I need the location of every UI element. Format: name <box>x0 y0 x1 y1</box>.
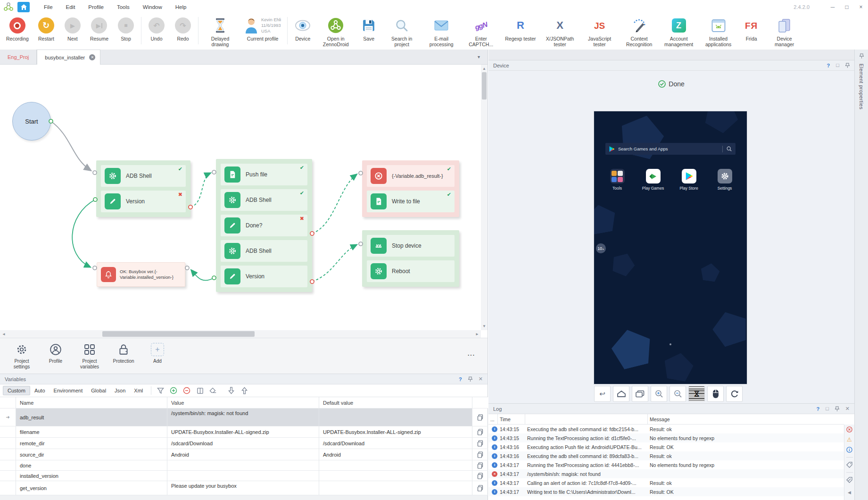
maximize-icon[interactable]: □ <box>826 406 829 411</box>
javascript-tester-button[interactable]: JS JavaScript tester <box>580 14 620 47</box>
action-write-to-file[interactable]: Write to file ✔ <box>367 191 455 212</box>
canvas-vertical-scrollbar[interactable]: ▲ ▼ <box>481 65 488 330</box>
copy-button[interactable] <box>472 471 488 481</box>
action-done-check[interactable]: Done? ✖ <box>221 215 307 236</box>
log-row-error[interactable]: × 14:43:17/system/bin/sh: magisk: not fo… <box>488 469 844 478</box>
col-message[interactable]: Message <box>648 414 844 424</box>
tab-xml[interactable]: Xml <box>130 386 147 395</box>
maximize-button[interactable]: □ <box>840 0 854 14</box>
col-value[interactable]: Value <box>167 397 319 408</box>
action-adb-result-alert[interactable]: {-Variable.adb_result-} ✔ <box>367 165 455 187</box>
log-row[interactable]: i 14:43:16Executing action Push file id:… <box>488 442 844 451</box>
copy-button[interactable] <box>472 460 488 471</box>
delayed-drawing-button[interactable]: Delayed drawing <box>200 14 240 47</box>
regexp-tester-button[interactable]: R Regexp tester <box>501 14 540 42</box>
col-default[interactable]: Default value <box>319 397 472 408</box>
app-play-store[interactable]: Play Store <box>674 169 703 191</box>
tab-json[interactable]: Json <box>110 386 130 395</box>
butterfly-mode-button[interactable]: ⋈ <box>688 386 705 402</box>
log-row[interactable]: i 14:43:17Writing text to file C:\Users\… <box>488 487 844 496</box>
copy-button[interactable] <box>472 438 488 449</box>
installed-applications-button[interactable]: Installed applications <box>699 14 738 47</box>
tab-auto[interactable]: Auto <box>30 386 50 395</box>
tab-custom[interactable]: Custom <box>3 386 30 395</box>
action-adb-shell[interactable]: ADB Shell ✔ <box>221 189 307 211</box>
project-settings-button[interactable]: Project settings <box>7 342 37 374</box>
tab-environment[interactable]: Environment <box>50 386 87 395</box>
log-row[interactable]: i 14:43:15Running the TextProcessing act… <box>488 433 844 442</box>
open-in-zennodroid-button[interactable]: Open in ZennoDroid <box>316 14 355 47</box>
menu-item-tools[interactable]: Tools <box>110 0 136 14</box>
action-version[interactable]: Version <box>221 266 307 287</box>
action-adb-shell[interactable]: ADB Shell <box>221 240 307 262</box>
pin-icon[interactable] <box>845 63 850 68</box>
tab-list-caret-icon[interactable]: ▾ <box>478 54 480 59</box>
copy-button[interactable] <box>472 426 488 438</box>
warnings-filter-icon[interactable]: ⚠ <box>847 437 852 442</box>
collapse-rail-icon[interactable]: ◀ <box>848 490 851 495</box>
recents-button[interactable] <box>632 386 648 402</box>
action-reboot[interactable]: Reboot <box>367 260 455 282</box>
action-stop-device[interactable]: Stop device <box>367 235 455 257</box>
tag-icon[interactable] <box>846 462 852 468</box>
remove-variable-button[interactable] <box>182 387 192 394</box>
copy-button[interactable] <box>472 481 488 495</box>
info-filter-icon[interactable] <box>846 447 852 453</box>
flow-alert-node[interactable]: OK: Busybox ver.{-Variable.installed_ver… <box>97 262 185 287</box>
clear-errors-icon[interactable] <box>846 426 852 433</box>
help-icon[interactable]: ? <box>459 376 462 382</box>
close-button[interactable]: × <box>854 0 868 14</box>
col-more[interactable]: ... <box>488 414 498 424</box>
variable-row-installed-version[interactable]: installed_version <box>0 471 488 481</box>
resume-button[interactable]: ▶ Resume <box>86 14 113 42</box>
flow-canvas[interactable]: Start ADB Shell ✔ Version ✖ <box>0 65 488 338</box>
profile-button[interactable]: Profile <box>41 342 71 374</box>
project-variables-button[interactable]: Project variables <box>74 342 105 374</box>
undo-button[interactable]: ↶ Undo <box>143 14 170 42</box>
pin-icon[interactable] <box>468 376 472 382</box>
variable-row-remote-dir[interactable]: remote_dir /sdcard/Download /sdcard/Down… <box>0 438 488 449</box>
log-row[interactable]: i 14:43:17Running the TextProcessing act… <box>488 460 844 469</box>
next-button[interactable]: ▶ Next <box>59 14 86 42</box>
log-row[interactable]: i 14:43:15Executing the adb shell comman… <box>488 425 844 433</box>
filter-button[interactable] <box>155 387 165 394</box>
enter-captcha-button[interactable]: ggN Enter CAPTCH... <box>461 14 501 47</box>
vscroll-thumb[interactable] <box>482 72 487 100</box>
current-profile-button[interactable]: Kevin Ehli 11/6/1993 USA Current profile <box>240 14 285 42</box>
zoom-in-button[interactable] <box>651 386 667 402</box>
variable-row-get-version[interactable]: get_version Please update your busybox <box>0 481 488 495</box>
help-icon[interactable]: ? <box>827 63 830 68</box>
menu-item-help[interactable]: Help <box>169 0 193 14</box>
clear-button[interactable] <box>208 387 218 394</box>
back-button[interactable]: ↩ <box>594 386 611 402</box>
account-management-button[interactable]: Z Account management <box>659 14 699 47</box>
tab-close-icon[interactable]: ✕ <box>89 54 95 60</box>
copy-button[interactable] <box>472 408 488 426</box>
redo-button[interactable]: ↷ Redo <box>170 14 196 42</box>
menu-item-edit[interactable]: Edit <box>59 0 82 14</box>
email-processing-button[interactable]: E-mail processing <box>422 14 461 47</box>
col-name[interactable]: Name <box>16 397 167 408</box>
flow-group-1[interactable]: ADB Shell ✔ Version ✖ <box>96 160 190 217</box>
copy-button[interactable] <box>472 449 488 460</box>
restart-button[interactable]: ↻ Restart <box>33 14 59 42</box>
close-icon[interactable]: ✕ <box>479 376 483 382</box>
log-row[interactable]: i 14:43:16Executing the adb shell comman… <box>488 451 844 460</box>
close-icon[interactable]: ✕ <box>845 406 850 411</box>
app-tools[interactable]: Tools <box>603 169 632 191</box>
move-up-button[interactable] <box>239 387 249 394</box>
tab-eng-proj[interactable]: Eng_Proj <box>0 50 37 64</box>
app-play-games[interactable]: Play Games <box>638 169 668 191</box>
canvas-horizontal-scrollbar[interactable]: ◄ ► <box>0 330 481 338</box>
app-settings[interactable]: Settings <box>710 169 739 191</box>
log-row[interactable]: i 14:43:17Calling an alert of action id:… <box>488 478 844 487</box>
variable-row-source-dir[interactable]: source_dir Android Android <box>0 449 488 460</box>
zoom-out-button[interactable] <box>670 386 686 402</box>
search-in-project-button[interactable]: Search in project <box>382 14 422 47</box>
action-version[interactable]: Version ✖ <box>101 191 186 212</box>
tag-pen-icon[interactable] <box>846 477 852 483</box>
more-actions-button[interactable]: ... <box>468 350 475 357</box>
home-device-button[interactable] <box>613 386 629 402</box>
maximize-icon[interactable]: □ <box>836 63 839 68</box>
action-push-file[interactable]: Push file ✔ <box>221 164 307 185</box>
